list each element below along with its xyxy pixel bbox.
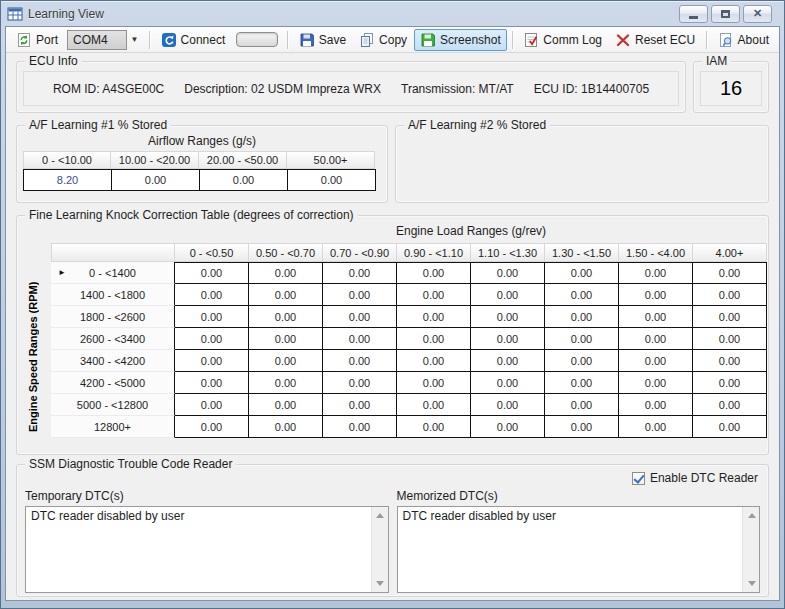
knock-cell[interactable]: 0.00 [323, 328, 397, 350]
knock-cell[interactable]: 0.00 [545, 350, 619, 372]
reset-ecu-button[interactable]: Reset ECU [609, 29, 701, 51]
knock-cell[interactable]: 0.00 [545, 416, 619, 438]
knock-cell[interactable]: 0.00 [397, 394, 471, 416]
knock-cell[interactable]: 0.00 [545, 262, 619, 284]
knock-cell[interactable]: 0.00 [249, 350, 323, 372]
knock-cell[interactable]: 0.00 [249, 372, 323, 394]
af1-value-cell[interactable]: 8.20 [24, 169, 112, 191]
scroll-down-icon[interactable] [372, 575, 389, 592]
knock-cell[interactable]: 0.00 [693, 350, 767, 372]
knock-cell[interactable]: 0.00 [619, 416, 693, 438]
knock-cell[interactable]: 0.00 [397, 284, 471, 306]
minimize-button[interactable] [679, 5, 708, 23]
connect-icon [161, 32, 177, 48]
port-select[interactable]: COM4 ▼ [67, 30, 142, 50]
ecu-info-group-title: ECU Info [25, 54, 82, 68]
knock-row-header[interactable]: 3400 - <4200 [51, 350, 175, 372]
knock-row-header[interactable]: 5000 - <12800 [51, 394, 175, 416]
af1-value-cell[interactable]: 0.00 [200, 169, 288, 191]
about-button[interactable]: About [712, 29, 775, 51]
knock-cell[interactable]: 0.00 [175, 328, 249, 350]
knock-cell[interactable]: 0.00 [175, 394, 249, 416]
titlebar[interactable]: Learning View ✕ [1, 1, 784, 26]
knock-cell[interactable]: 0.00 [323, 416, 397, 438]
maximize-button[interactable] [711, 5, 740, 23]
knock-cell[interactable]: 0.00 [693, 306, 767, 328]
comm-log-button[interactable]: Comm Log [517, 29, 608, 51]
knock-cell[interactable]: 0.00 [693, 262, 767, 284]
knock-cell[interactable]: 0.00 [249, 394, 323, 416]
copy-button[interactable]: Copy [353, 29, 413, 51]
knock-cell[interactable]: 0.00 [693, 328, 767, 350]
knock-cell[interactable]: 0.00 [397, 350, 471, 372]
knock-row-header[interactable]: 4200 - <5000 [51, 372, 175, 394]
knock-cell[interactable]: 0.00 [397, 328, 471, 350]
knock-cell[interactable]: 0.00 [693, 284, 767, 306]
knock-cell[interactable]: 0.00 [693, 394, 767, 416]
knock-cell[interactable]: 0.00 [249, 416, 323, 438]
knock-cell[interactable]: 0.00 [397, 372, 471, 394]
knock-cell[interactable]: 0.00 [175, 284, 249, 306]
knock-row-header[interactable]: 1800 - <2600 [51, 306, 175, 328]
knock-cell[interactable]: 0.00 [323, 306, 397, 328]
knock-cell[interactable]: 0.00 [619, 262, 693, 284]
knock-cell[interactable]: 0.00 [545, 284, 619, 306]
knock-cell[interactable]: 0.00 [471, 306, 545, 328]
knock-cell[interactable]: 0.00 [249, 306, 323, 328]
af1-value-cell[interactable]: 0.00 [288, 169, 376, 191]
knock-cell[interactable]: 0.00 [249, 328, 323, 350]
knock-row-header[interactable]: ►0 - <1400 [51, 262, 175, 284]
knock-cell[interactable]: 0.00 [545, 394, 619, 416]
knock-cell[interactable]: 0.00 [693, 372, 767, 394]
screenshot-button[interactable]: Screenshot [414, 29, 507, 51]
knock-cell[interactable]: 0.00 [323, 372, 397, 394]
knock-cell[interactable]: 0.00 [619, 306, 693, 328]
knock-cell[interactable]: 0.00 [471, 328, 545, 350]
connect-button[interactable]: Connect [155, 29, 232, 51]
knock-cell[interactable]: 0.00 [471, 262, 545, 284]
knock-cell[interactable]: 0.00 [619, 372, 693, 394]
knock-cell[interactable]: 0.00 [545, 306, 619, 328]
knock-cell[interactable]: 0.00 [619, 284, 693, 306]
knock-cell[interactable]: 0.00 [249, 262, 323, 284]
knock-cell[interactable]: 0.00 [249, 284, 323, 306]
memorized-dtc-textarea[interactable]: DTC reader disabled by user [397, 506, 761, 593]
port-refresh-button[interactable]: Port [10, 29, 64, 51]
knock-row-header[interactable]: 2600 - <3400 [51, 328, 175, 350]
knock-cell[interactable]: 0.00 [323, 262, 397, 284]
knock-cell[interactable]: 0.00 [323, 394, 397, 416]
knock-cell[interactable]: 0.00 [471, 284, 545, 306]
knock-row-header[interactable]: 12800+ [51, 416, 175, 438]
knock-cell[interactable]: 0.00 [471, 350, 545, 372]
knock-cell[interactable]: 0.00 [175, 372, 249, 394]
knock-cell[interactable]: 0.00 [175, 416, 249, 438]
knock-cell[interactable]: 0.00 [175, 262, 249, 284]
knock-cell[interactable]: 0.00 [471, 394, 545, 416]
knock-cell[interactable]: 0.00 [619, 350, 693, 372]
scroll-down-icon[interactable] [743, 575, 760, 592]
close-button[interactable]: ✕ [743, 5, 772, 23]
knock-cell[interactable]: 0.00 [397, 262, 471, 284]
knock-row-header[interactable]: 1400 - <1800 [51, 284, 175, 306]
scroll-up-icon[interactable] [743, 507, 760, 524]
enable-dtc-reader-checkbox[interactable] [632, 472, 645, 485]
knock-cell[interactable]: 0.00 [693, 416, 767, 438]
af1-value-cell[interactable]: 0.00 [112, 169, 200, 191]
knock-cell[interactable]: 0.00 [397, 416, 471, 438]
temporary-dtc-textarea[interactable]: DTC reader disabled by user [25, 506, 389, 593]
scroll-up-icon[interactable] [372, 507, 389, 524]
knock-cell[interactable]: 0.00 [323, 350, 397, 372]
knock-cell[interactable]: 0.00 [619, 394, 693, 416]
knock-cell[interactable]: 0.00 [175, 350, 249, 372]
save-button[interactable]: Save [293, 29, 352, 51]
knock-cell[interactable]: 0.00 [323, 284, 397, 306]
knock-cell[interactable]: 0.00 [619, 328, 693, 350]
temporary-dtc-scrollbar[interactable] [371, 507, 388, 592]
knock-cell[interactable]: 0.00 [471, 372, 545, 394]
knock-cell[interactable]: 0.00 [175, 306, 249, 328]
knock-cell[interactable]: 0.00 [397, 306, 471, 328]
knock-cell[interactable]: 0.00 [545, 328, 619, 350]
knock-cell[interactable]: 0.00 [471, 416, 545, 438]
knock-cell[interactable]: 0.00 [545, 372, 619, 394]
memorized-dtc-scrollbar[interactable] [742, 507, 759, 592]
